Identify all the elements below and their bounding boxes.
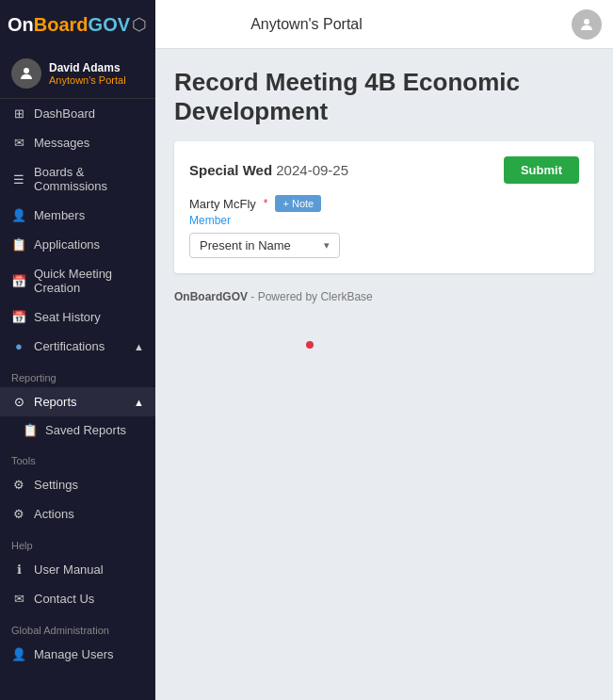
messages-icon: ✉ [11, 136, 26, 150]
section-tools: Tools [0, 444, 155, 470]
sidebar-item-settings[interactable]: ⚙ Settings [0, 470, 155, 499]
saved-reports-icon: 📋 [23, 423, 38, 437]
logo-on: On [8, 14, 34, 35]
sidebar-item-certifications[interactable]: ● Certifications ▲ [0, 332, 155, 361]
meeting-card: Special Wed 2024-09-25 Submit Marty McFl… [174, 141, 594, 273]
sidebar-item-messages[interactable]: ✉ Messages [0, 128, 155, 157]
certifications-icon: ● [11, 339, 26, 353]
sidebar-item-label: Quick Meeting Creation [34, 267, 144, 295]
logo-board: Board [34, 14, 89, 35]
meeting-date-value: 2024-09-25 [276, 162, 348, 178]
sidebar-user-name: David Adams [49, 61, 126, 74]
sidebar-item-label: Messages [34, 136, 89, 150]
user-avatar[interactable] [572, 9, 602, 40]
reports-icon: ⊙ [11, 395, 26, 409]
section-help: Help [0, 529, 155, 555]
reports-chevron: ▲ [134, 397, 144, 408]
sidebar: David Adams Anytown's Portal ⊞ DashBoard… [0, 49, 155, 700]
powered-by: OnBoardGOV - Powered by ClerkBase [174, 290, 594, 303]
sidebar-item-seat-history[interactable]: 📅 Seat History [0, 302, 155, 332]
sidebar-item-label: Certifications [34, 339, 105, 353]
page-title: Record Meeting 4B Economic Development [174, 68, 594, 126]
sidebar-item-applications[interactable]: 📋 Applications [0, 230, 155, 259]
sidebar-item-reports[interactable]: ⊙ Reports ▲ [0, 387, 155, 416]
manage-users-icon: 👤 [11, 647, 26, 661]
sidebar-item-quick-meeting[interactable]: 📅 Quick Meeting Creation [0, 259, 155, 302]
certifications-chevron: ▲ [134, 341, 144, 352]
page-title-part1: Record Meeting [174, 68, 358, 96]
brand-name: OnBoardGOV [174, 290, 248, 303]
sidebar-item-dashboard[interactable]: ⊞ DashBoard [0, 99, 155, 128]
settings-icon: ⚙ [11, 478, 26, 492]
sidebar-item-label: Applications [34, 237, 100, 252]
sidebar-user-info: David Adams Anytown's Portal [49, 61, 126, 86]
member-role: Member [189, 214, 579, 227]
logo: OnBoardGOV ⬡ [0, 0, 155, 49]
member-name: Marty McFly [189, 197, 256, 211]
powered-text: - Powered by ClerkBase [248, 290, 373, 303]
sidebar-item-label: Members [34, 208, 85, 222]
sidebar-item-actions[interactable]: ⚙ Actions [0, 499, 155, 529]
sidebar-user-portal: Anytown's Portal [49, 74, 126, 86]
user-manual-icon: ℹ [11, 562, 26, 577]
sidebar-item-label: Settings [34, 478, 78, 492]
meeting-card-header: Special Wed 2024-09-25 Submit [189, 156, 579, 184]
status-dropdown[interactable]: Present in Name ▾ [189, 233, 340, 258]
sidebar-item-saved-reports[interactable]: 📋 Saved Reports [0, 416, 155, 444]
applications-icon: 📋 [11, 237, 26, 252]
meeting-label: Special Wed [189, 162, 272, 178]
sidebar-item-label: Saved Reports [45, 423, 126, 437]
sidebar-item-label: Actions [34, 507, 74, 521]
submit-button[interactable]: Submit [504, 156, 579, 184]
actions-icon: ⚙ [11, 507, 26, 521]
sidebar-item-label: User Manual [34, 562, 104, 577]
red-dot-indicator [306, 341, 314, 349]
top-header: OnBoardGOV ⬡ Anytown's Portal [0, 0, 613, 49]
sidebar-user: David Adams Anytown's Portal [0, 49, 155, 99]
svg-point-0 [584, 19, 589, 24]
layout: David Adams Anytown's Portal ⊞ DashBoard… [0, 49, 613, 700]
sidebar-item-label: DashBoard [34, 106, 95, 121]
main-content: Record Meeting 4B Economic Development S… [155, 49, 613, 700]
meeting-date: Special Wed 2024-09-25 [189, 162, 348, 178]
sidebar-item-label: Seat History [34, 310, 101, 324]
sidebar-item-manage-users[interactable]: 👤 Manage Users [0, 640, 155, 669]
note-button[interactable]: + Note [275, 195, 321, 212]
member-row: Marty McFly * + Note Member Present in N… [189, 195, 579, 258]
sidebar-item-contact-us[interactable]: ✉ Contact Us [0, 584, 155, 613]
sidebar-user-avatar [11, 58, 41, 89]
sidebar-item-label: Manage Users [34, 647, 114, 661]
members-icon: 👤 [11, 208, 26, 222]
seat-history-icon: 📅 [11, 310, 26, 324]
contact-us-icon: ✉ [11, 592, 26, 606]
dashboard-icon: ⊞ [11, 106, 26, 121]
logo-text: OnBoardGOV [8, 14, 130, 36]
logo-gov: GOV [89, 14, 130, 35]
sidebar-item-label: Boards & Commissions [34, 165, 144, 193]
quick-meeting-icon: 📅 [11, 274, 26, 288]
sidebar-item-user-manual[interactable]: ℹ User Manual [0, 555, 155, 584]
section-reporting: Reporting [0, 361, 155, 387]
status-value: Present in Name [200, 238, 291, 252]
section-global-admin: Global Administration [0, 613, 155, 640]
member-name-row: Marty McFly * + Note [189, 195, 579, 212]
logo-icon: ⬡ [132, 14, 147, 35]
portal-title: Anytown's Portal [250, 16, 363, 33]
member-required: * [264, 197, 268, 210]
sidebar-item-label: Contact Us [34, 592, 94, 606]
sidebar-item-members[interactable]: 👤 Members [0, 201, 155, 230]
sidebar-item-label: Reports [34, 395, 77, 409]
chevron-down-icon: ▾ [324, 239, 330, 252]
svg-point-1 [24, 68, 29, 73]
boards-icon: ☰ [11, 172, 26, 187]
sidebar-item-boards[interactable]: ☰ Boards & Commissions [0, 157, 155, 201]
